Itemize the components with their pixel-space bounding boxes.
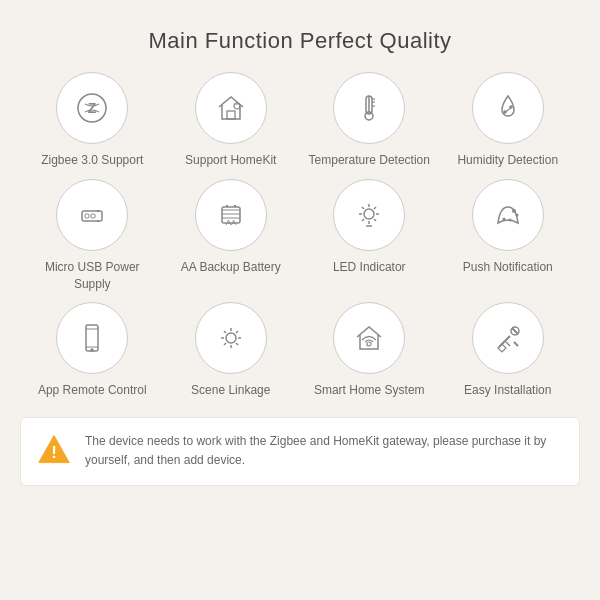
svg-line-55 [514,342,518,346]
svg-point-42 [91,349,93,351]
svg-rect-15 [91,214,95,218]
feature-item-usb: Micro USB Power Supply [25,179,160,293]
svg-point-36 [515,213,518,216]
svg-point-11 [504,111,506,113]
feature-label-battery: AA Backup Battery [181,259,281,276]
feature-label-homekit: Support HomeKit [185,152,276,169]
notice-text: The device needs to work with the Zigbee… [85,432,563,470]
homekit-icon-circle [195,72,267,144]
svg-point-37 [508,218,511,221]
feature-item-battery: AA AA Backup Battery [164,179,299,293]
feature-item-humidity: Humidity Detection [441,72,576,169]
svg-line-33 [362,219,364,221]
feature-label-usb: Micro USB Power Supply [25,259,160,293]
feature-label-app: App Remote Control [38,382,147,399]
svg-point-38 [502,217,505,220]
svg-line-30 [362,207,364,209]
svg-text:Z: Z [88,100,97,116]
svg-line-50 [236,331,238,333]
feature-item-zigbee: Z Zigbee 3.0 Support [25,72,160,169]
feature-label-temperature: Temperature Detection [309,152,430,169]
svg-rect-2 [227,111,235,119]
feature-item-led: LED Indicator [302,179,437,293]
feature-item-app: App Remote Control [25,302,160,399]
feature-item-homekit: Support HomeKit [164,72,299,169]
battery-icon-circle: AA [195,179,267,251]
svg-rect-14 [85,214,89,218]
svg-text:AA: AA [225,218,236,227]
feature-item-scene: Scene Linkage [164,302,299,399]
feature-label-push: Push Notification [463,259,553,276]
svg-point-12 [510,106,512,108]
warning-icon: ! [37,432,71,466]
feature-label-scene: Scene Linkage [191,382,270,399]
humidity-icon-circle [472,72,544,144]
push-icon-circle [472,179,544,251]
feature-label-led: LED Indicator [333,259,406,276]
usb-icon-circle [56,179,128,251]
feature-label-zigbee: Zigbee 3.0 Support [41,152,143,169]
feature-item-temperature: Temperature Detection [302,72,437,169]
feature-item-installation: Easy Installation [441,302,576,399]
svg-line-49 [236,343,238,345]
notice-box: ! The device needs to work with the Zigb… [20,417,580,485]
svg-point-25 [364,209,374,219]
feature-label-humidity: Humidity Detection [457,152,558,169]
feature-label-smarthome: Smart Home System [314,382,425,399]
scene-icon-circle [195,302,267,374]
svg-text:!: ! [51,444,57,463]
page-title: Main Function Perfect Quality [148,0,451,72]
app-icon-circle [56,302,128,374]
svg-line-51 [224,343,226,345]
svg-line-56 [506,342,510,346]
installation-icon-circle [472,302,544,374]
led-icon-circle [333,179,405,251]
svg-line-48 [224,331,226,333]
svg-line-32 [374,207,376,209]
features-grid: Z Zigbee 3.0 Support Support HomeKit Tem… [15,72,585,399]
svg-point-35 [512,209,516,213]
svg-point-52 [367,342,371,346]
svg-line-31 [374,219,376,221]
smarthome-icon-circle [333,302,405,374]
feature-item-push: Push Notification [441,179,576,293]
feature-label-installation: Easy Installation [464,382,551,399]
feature-item-smarthome: Smart Home System [302,302,437,399]
temperature-icon-circle [333,72,405,144]
zigbee-icon-circle: Z [56,72,128,144]
svg-point-43 [226,333,236,343]
